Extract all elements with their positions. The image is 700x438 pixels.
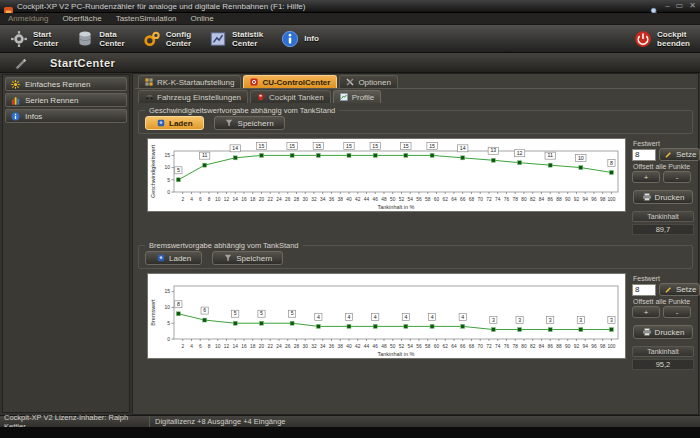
svg-text:Tankinhalt in %: Tankinhalt in % [378,351,415,357]
tab-cockpit-tanken[interactable]: Cockpit Tanken [250,90,331,103]
svg-text:15: 15 [372,143,378,149]
svg-text:76: 76 [504,197,510,202]
config-center-button[interactable]: ConfigCenter [143,30,191,48]
svg-text:66: 66 [460,197,466,202]
svg-text:86: 86 [548,197,554,202]
laden-button-speed[interactable]: Laden [145,116,204,130]
menu-online[interactable]: Online [191,14,214,23]
content-area: Einfaches Rennen Serien Rennen Infos [0,73,700,415]
sidebar-item-infos[interactable]: Infos [5,109,127,123]
config-center-label: ConfigCenter [166,30,191,48]
drucken-button-speed[interactable]: Drucken [633,190,693,204]
svg-text:88: 88 [556,344,562,349]
sidebar-item-label: Serien Rennen [25,96,78,105]
offset-plus-button-speed[interactable]: + [632,171,660,183]
maximize-button[interactable]: ▭ [676,2,684,10]
svg-text:10: 10 [164,164,170,170]
svg-text:15: 15 [164,152,170,158]
svg-text:4: 4 [461,314,464,320]
close-button[interactable]: ✕ [689,2,696,10]
speed-chart[interactable]: 0510152468101214161820222426283032343638… [147,138,626,212]
offset-plus-button-brake[interactable]: + [632,306,660,318]
magnifier-icon[interactable] [650,2,659,11]
fuel-pump-icon [257,93,266,101]
svg-text:8: 8 [177,301,180,307]
svg-text:4: 4 [190,344,193,349]
tab-profile[interactable]: Profile [333,90,382,103]
tab-optionen[interactable]: Optionen [339,75,397,88]
svg-text:14: 14 [233,197,239,202]
svg-text:40: 40 [346,197,352,202]
tankinhalt-label-brake: Tankinhalt [632,346,694,357]
start-center-button[interactable]: StartCenter [10,30,58,48]
tankinhalt-label-speed: Tankinhalt [632,211,694,222]
offset-minus-button-brake[interactable]: - [663,306,691,318]
data-center-button[interactable]: DataCenter [76,30,124,48]
drucken-button-brake[interactable]: Drucken [633,325,693,339]
svg-text:64: 64 [451,344,457,349]
svg-text:15: 15 [289,143,295,149]
tab-cu-controlcenter[interactable]: CU-ControlCenter [243,75,337,88]
svg-text:26: 26 [285,344,291,349]
svg-text:5: 5 [177,167,180,173]
grid-icon [145,78,154,86]
svg-text:80: 80 [521,197,527,202]
svg-text:56: 56 [416,197,422,202]
svg-text:46: 46 [373,197,379,202]
svg-text:78: 78 [513,344,519,349]
svg-text:22: 22 [268,197,274,202]
app-icon [4,2,13,11]
setze-button-speed[interactable]: Setze [659,148,700,161]
statistik-center-button[interactable]: StatistikCenter [209,30,263,48]
svg-text:10: 10 [215,197,221,202]
speichern-button-brake[interactable]: Speichern [212,251,283,265]
minimize-button[interactable]: – [665,2,669,10]
save-icon [225,119,234,127]
brake-chart[interactable]: 0510152468101214161820222426283032343638… [147,273,626,359]
svg-text:38: 38 [338,197,344,202]
svg-text:98: 98 [600,344,606,349]
tab-fahrzeug-einstellungen[interactable]: Fahrzeug Einstellungen [138,90,248,103]
statusbar: Cockpit-XP V2 Lizenz-Inhaber: Ralph Kett… [0,415,700,427]
menu-anmeldung[interactable]: Anmeldung [8,14,48,23]
status-digital-license: Digitallizenz +8 Ausgänge +4 Eingänge [150,417,286,426]
speichern-button-label: Speichern [236,254,272,263]
titlebar: Cockpit-XP V2 PC-Rundenzähler für analog… [0,0,700,13]
svg-text:5: 5 [167,320,170,326]
svg-text:12: 12 [224,344,230,349]
svg-text:6: 6 [199,344,202,349]
info-button[interactable]: Info [281,30,319,48]
speichern-button-speed[interactable]: Speichern [214,116,285,130]
sidebar-item-einfaches-rennen[interactable]: Einfaches Rennen [5,77,127,91]
svg-text:58: 58 [425,197,431,202]
info-icon [281,30,299,48]
festwert-input-brake[interactable] [632,284,656,296]
menu-oberflaeche[interactable]: Oberfläche [62,14,101,23]
page-title: StartCenter [50,57,115,69]
svg-text:15: 15 [164,288,170,294]
power-icon [634,30,652,48]
svg-text:11: 11 [548,152,553,158]
festwert-input-speed[interactable] [632,149,656,161]
svg-text:16: 16 [241,344,247,349]
statistik-center-icon [209,30,227,48]
festwert-label: Festwert [633,275,694,282]
svg-text:4: 4 [348,314,351,320]
laden-button-label: Laden [169,119,193,128]
sidebar-item-serien-rennen[interactable]: Serien Rennen [5,93,127,107]
svg-text:68: 68 [469,197,475,202]
laden-button-brake[interactable]: Laden [145,251,202,265]
cockpit-beenden-button[interactable]: Cockpitbeenden [634,30,690,48]
svg-text:0: 0 [167,189,170,195]
svg-text:3: 3 [549,317,552,323]
svg-text:11: 11 [202,152,207,158]
svg-text:14: 14 [460,145,466,151]
offset-minus-button-speed[interactable]: - [663,171,691,183]
setze-button-brake[interactable]: Setze [659,283,700,296]
tab-rkk-startaufstellung[interactable]: RK-K-Startaufstellung [138,75,241,88]
svg-text:13: 13 [490,147,496,153]
svg-text:38: 38 [338,344,344,349]
menu-tastensimulation[interactable]: TastenSimulation [116,14,177,23]
tankinhalt-value-brake: 95,2 [632,359,694,370]
svg-text:5: 5 [291,310,294,316]
